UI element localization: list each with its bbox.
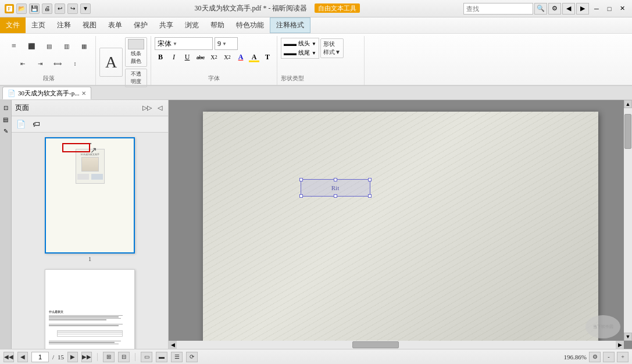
svg-text:F: F — [8, 6, 11, 12]
left-icon-3[interactable]: ✎ — [1, 126, 11, 136]
nav-first-button[interactable]: ◀◀ — [3, 352, 14, 362]
document-viewer[interactable]: Rit ▲ ▼ ◀ — [169, 100, 632, 349]
hscroll-right-button[interactable]: ▶ — [616, 341, 624, 349]
list-button[interactable]: ≡ — [6, 38, 22, 54]
handle-tm[interactable] — [334, 178, 337, 181]
menu-home[interactable]: 主页 — [26, 17, 51, 33]
font-name-arrow: ▼ — [173, 41, 177, 47]
nav-last-button[interactable]: ▶▶ — [81, 352, 92, 362]
quickaccess-save[interactable]: 💾 — [29, 3, 40, 14]
big-text-button[interactable]: A — [99, 48, 123, 77]
bold-button[interactable]: B — [155, 51, 166, 63]
close-button[interactable]: ✕ — [617, 3, 627, 14]
single-page-button[interactable]: ▭ — [141, 352, 152, 362]
menu-browse[interactable]: 浏览 — [179, 17, 205, 33]
italic-button[interactable]: I — [168, 51, 180, 63]
handle-bm[interactable] — [334, 194, 337, 198]
opacity-btn[interactable]: 不透明度 — [125, 69, 147, 87]
text-button[interactable]: T — [262, 51, 273, 63]
search-nav-next[interactable]: ▶ — [576, 3, 589, 15]
font-name-selector[interactable]: 宋体 ▼ — [155, 37, 213, 50]
scroll-up-button[interactable]: ▲ — [624, 100, 632, 108]
quickaccess-undo[interactable]: ↩ — [55, 3, 65, 14]
sidebar-expand-btn[interactable]: ▷▷ — [140, 104, 154, 112]
left-icon-1[interactable]: ⊡ — [1, 102, 11, 113]
annot-arrow-indicator: ↗ — [90, 145, 97, 155]
handle-tl[interactable] — [299, 178, 303, 181]
annotation-textbox[interactable]: Rit — [301, 179, 370, 197]
menu-file[interactable]: 文件 — [0, 17, 26, 33]
continuous-button[interactable]: ☰ — [171, 352, 183, 362]
freetext-badge: 自由文本工具 — [315, 3, 360, 13]
menu-help[interactable]: 帮助 — [205, 17, 230, 33]
font-size-display: 9 — [217, 40, 221, 48]
font-size-selector[interactable]: 9 ▼ — [215, 37, 238, 50]
minimize-button[interactable]: ─ — [591, 3, 602, 14]
rotate-button[interactable]: ⟳ — [186, 352, 198, 362]
search-input[interactable] — [463, 3, 533, 15]
nav-prev-button[interactable]: ◀ — [17, 352, 28, 362]
nav-next-button[interactable]: ▶ — [67, 352, 78, 362]
scroll-thumb[interactable] — [624, 114, 631, 149]
left-icon-2[interactable]: ▤ — [1, 114, 11, 124]
main-area: ⊡ ▤ ✎ 页面 ▷▷ ◁ 📄 🏷 ■ ■ — [0, 100, 632, 349]
tab-label: 30天成为软文高手-p... — [18, 89, 79, 98]
handle-br[interactable] — [368, 194, 372, 198]
ribbon: ≡ ⬛ ▤ ▥ ▦ ⇤ ⇥ ⟺ — [0, 34, 632, 86]
fit-width-button[interactable]: ⊟ — [118, 352, 130, 362]
maximize-button[interactable]: □ — [604, 3, 615, 14]
strikethrough-button[interactable]: abc — [195, 51, 206, 63]
page-thumb-2: 什么是软文 — [45, 269, 135, 349]
zoom-in-button[interactable]: + — [617, 352, 629, 362]
indent3-button[interactable]: ⟺ — [49, 55, 66, 72]
line-color-btn[interactable]: 线条颜色 — [125, 37, 147, 67]
menu-protect[interactable]: 保护 — [128, 17, 153, 33]
indent-right-button[interactable]: ⇥ — [32, 55, 48, 72]
menu-annot-format[interactable]: 注释格式 — [270, 17, 310, 33]
tab-document[interactable]: 📄 30天成为软文高手-p... ✕ — [2, 87, 91, 99]
menu-special[interactable]: 特色功能 — [230, 17, 270, 33]
scroll-down-button[interactable]: ▼ — [624, 333, 632, 341]
quickaccess-open[interactable]: 📂 — [16, 3, 27, 14]
align-justify-button[interactable]: ▦ — [76, 38, 92, 54]
page-thumbnail-2[interactable]: 什么是软文 — [45, 269, 135, 349]
search-settings[interactable]: ⚙ — [548, 3, 561, 15]
indent-left-button[interactable]: ⇤ — [15, 55, 31, 72]
align-left-button[interactable]: ⬛ — [23, 38, 40, 54]
menu-view[interactable]: 视图 — [77, 17, 102, 33]
line-color-label: 线条颜色 — [131, 50, 141, 65]
hscroll-thumb[interactable] — [352, 341, 399, 348]
menu-annot[interactable]: 注释 — [51, 17, 77, 33]
sidebar-page-icon[interactable]: 📄 — [15, 119, 27, 130]
page-total: 15 — [58, 354, 64, 361]
page-thumbnail-1[interactable]: ■ ■ ↗ 30天成为软文高手 — [45, 137, 135, 254]
align-center-button[interactable]: ▤ — [41, 38, 57, 54]
red-rect-marker — [62, 143, 90, 152]
sidebar-tag-icon[interactable]: 🏷 — [30, 119, 42, 130]
superscript-button[interactable]: X2 — [208, 51, 220, 63]
font-color-button[interactable]: A — [235, 51, 247, 63]
space-button[interactable]: ↕ — [67, 55, 83, 72]
underline-button[interactable]: U — [181, 51, 193, 63]
double-page-button[interactable]: ▬ — [156, 352, 167, 362]
search-nav-prev[interactable]: ◀ — [562, 3, 575, 15]
menu-share[interactable]: 共享 — [153, 17, 179, 33]
quickaccess-more[interactable]: ▼ — [80, 3, 91, 14]
menu-form[interactable]: 表单 — [102, 17, 128, 33]
zoom-settings-button[interactable]: ⚙ — [589, 352, 601, 362]
hscroll-left-button[interactable]: ◀ — [169, 341, 177, 349]
search-button[interactable]: 🔍 — [534, 3, 547, 15]
handle-tr[interactable] — [368, 178, 372, 181]
zoom-out-button[interactable]: - — [603, 352, 615, 362]
align-right-button[interactable]: ▥ — [58, 38, 74, 54]
sidebar-collapse-btn[interactable]: ◁ — [155, 104, 165, 112]
fit-page-button[interactable]: ⊞ — [103, 352, 115, 362]
quickaccess-print[interactable]: 🖨 — [42, 3, 52, 14]
handle-bl[interactable] — [299, 194, 303, 198]
more-shapes-btn[interactable]: 形状样式▼ — [320, 38, 344, 58]
quickaccess-redo[interactable]: ↪ — [67, 3, 78, 14]
tab-close-icon[interactable]: ✕ — [81, 90, 86, 97]
subscript-button[interactable]: X2 — [222, 51, 233, 63]
page-number-input[interactable] — [31, 352, 49, 362]
font-highlight-button[interactable]: A — [248, 51, 260, 63]
